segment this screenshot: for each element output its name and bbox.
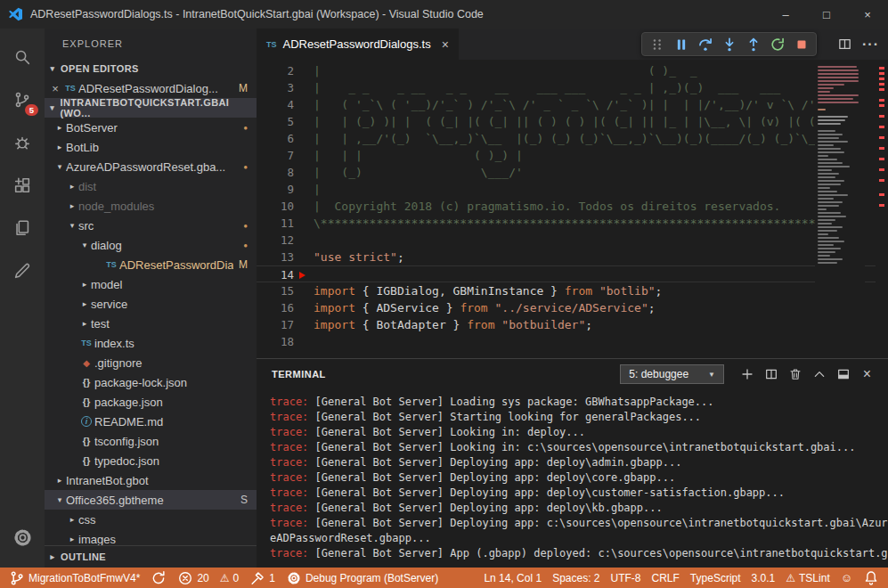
tab-close-icon[interactable]: × <box>442 37 449 52</box>
close-button[interactable]: × <box>847 0 888 29</box>
more-button[interactable]: ··· <box>858 31 884 57</box>
tab-adresetpassworddialogs[interactable]: TS ADResetPasswordDialogs.ts × <box>257 29 459 60</box>
code-text: | ( '_`\ ( '__)/'_` ) /'_`\ /' _ ` _ `\ … <box>294 96 864 113</box>
line-number[interactable]: 7 <box>257 147 294 164</box>
line-number[interactable]: 10 <box>257 198 294 215</box>
tree-folder-office365-gbtheme[interactable]: ▾Office365.gbthemeS <box>45 490 257 510</box>
open-editor-item[interactable]: ×TSADResetPasswordDialog...M <box>45 78 257 98</box>
tree-file-index-ts[interactable]: TSindex.ts <box>45 333 257 353</box>
status-eol[interactable]: CRLF <box>652 572 680 584</box>
line-number[interactable]: 8 <box>257 164 294 181</box>
line-number[interactable]: 12 <box>257 232 294 249</box>
tree-file-readme-md[interactable]: iREADME.md <box>45 412 257 431</box>
line-number[interactable]: 14 <box>257 266 294 282</box>
step-into-button[interactable] <box>717 33 741 55</box>
line-number[interactable]: 15 <box>257 282 294 299</box>
line-number[interactable]: 5 <box>257 113 294 130</box>
tree-file-gitignore[interactable]: ◆.gitignore <box>45 353 257 372</box>
extensions-icon[interactable] <box>0 164 45 207</box>
tree-file-adresetpassworddial[interactable]: TSADResetPasswordDial...M <box>45 255 257 274</box>
tree-folder-service[interactable]: ▸service <box>45 294 257 314</box>
tree-folder-intranetbot-gbot[interactable]: ▸IntranetBot.gbot <box>45 470 257 490</box>
restart-button[interactable] <box>765 33 789 55</box>
status-errors[interactable]: 20 <box>177 570 208 586</box>
maximize-button[interactable]: □ <box>806 0 847 29</box>
status-indentation[interactable]: Spaces: 2 <box>552 572 599 584</box>
tree-folder-css[interactable]: ▸css <box>45 510 257 529</box>
tree-file-typedoc-json[interactable]: {}typedoc.json <box>45 451 257 470</box>
minimap[interactable] <box>815 60 865 358</box>
json-icon: {} <box>78 396 94 407</box>
workspace-folder-header[interactable]: ▾ INTRANETBOTQUICKSTART.GBAI (WO... <box>45 98 257 118</box>
status-sync[interactable] <box>151 570 167 586</box>
line-number[interactable]: 2 <box>257 62 294 79</box>
line-number[interactable]: 16 <box>257 299 294 316</box>
status-notifications[interactable] <box>863 570 879 586</box>
tree-folder-node-modules[interactable]: ▸node_modules <box>45 196 257 216</box>
plus-button[interactable] <box>735 363 759 386</box>
terminal-output[interactable]: trace: [General Bot Server] Loading sys … <box>257 389 888 568</box>
line-number[interactable]: 6 <box>257 130 294 147</box>
overview-ruler <box>876 60 888 358</box>
files-icon[interactable] <box>0 207 45 249</box>
git-status-badge: M <box>239 258 248 271</box>
step-over-button[interactable] <box>693 33 717 55</box>
search-icon[interactable] <box>0 36 45 78</box>
line-number[interactable]: 9 <box>257 181 294 198</box>
trash-button[interactable] <box>783 363 807 386</box>
status-tslint-status[interactable]: ⚠TSLint <box>786 572 829 584</box>
error-mark <box>879 72 884 75</box>
close-icon[interactable]: × <box>48 82 62 95</box>
minimize-button[interactable]: – <box>765 0 806 29</box>
source-control-icon[interactable]: 5 <box>0 78 45 121</box>
terminal-select[interactable]: 5: debuggee ▼ <box>620 364 724 384</box>
step-out-button[interactable] <box>741 33 765 55</box>
tree-folder-src[interactable]: ▾src● <box>45 216 257 235</box>
status-debug-program[interactable]: Debug Program (BotServer) <box>286 570 438 586</box>
status-git-branch[interactable]: MigrationToBotFmwV4* <box>9 570 140 586</box>
terminal-panel: TERMINAL 5: debuggee ▼ × trace: [General… <box>257 358 888 568</box>
status-bar-right: Ln 14, Col 1Spaces: 2UTF-8CRLFTypeScript… <box>484 570 879 586</box>
grip-button[interactable] <box>645 33 669 55</box>
tab-terminal[interactable]: TERMINAL <box>272 369 326 380</box>
debug-icon[interactable] <box>0 121 45 164</box>
settings-gear-icon[interactable] <box>0 516 45 559</box>
status-feedback[interactable]: ☺ <box>841 572 852 584</box>
tree-file-package-json[interactable]: {}package.json <box>45 392 257 412</box>
line-number[interactable]: 17 <box>257 316 294 333</box>
tree-folder-test[interactable]: ▸test <box>45 314 257 333</box>
stop-button[interactable] <box>789 33 813 55</box>
line-number[interactable]: 11 <box>257 215 294 232</box>
edit-icon[interactable] <box>0 249 45 292</box>
tree-folder-botlib[interactable]: ▸BotLib <box>45 137 257 157</box>
tree-folder-model[interactable]: ▸model <box>45 274 257 294</box>
tree-folder-azureadpasswordreset-gba[interactable]: ▾AzureADPasswordReset.gba...● <box>45 157 257 176</box>
tree-folder-dialog[interactable]: ▾dialog● <box>45 235 257 255</box>
status-encoding[interactable]: UTF-8 <box>611 572 641 584</box>
line-number[interactable]: 3 <box>257 79 294 96</box>
code-editor[interactable]: 2| ( )_ _ |3| _ _ _ __ _ _ __ ___ ___ _ … <box>257 60 888 358</box>
activity-bar: 5 <box>0 29 45 568</box>
line-number[interactable]: 18 <box>257 333 294 350</box>
status-ts-version[interactable]: 3.0.1 <box>752 572 776 584</box>
ts-icon: TS <box>62 84 78 93</box>
tree-folder-botserver[interactable]: ▸BotServer● <box>45 118 257 137</box>
close-button[interactable]: × <box>855 363 879 386</box>
split-editor-button[interactable] <box>832 31 858 57</box>
status-language-mode[interactable]: TypeScript <box>690 572 741 584</box>
panel-max-button[interactable] <box>831 363 855 386</box>
status-warnings[interactable]: ⚠0 <box>220 572 239 584</box>
tree-file-tsconfig-json[interactable]: {}tsconfig.json <box>45 431 257 451</box>
pause-button[interactable] <box>669 33 693 55</box>
item-label: .gitignore <box>94 356 248 370</box>
status-cursor-position[interactable]: Ln 14, Col 1 <box>484 572 542 584</box>
tree-folder-dist[interactable]: ▸dist <box>45 176 257 196</box>
split-terminal-button[interactable] <box>759 363 783 386</box>
open-editors-header[interactable]: ▾ OPEN EDITORS <box>45 59 257 78</box>
status-running-tasks[interactable]: 1 <box>249 570 275 586</box>
line-number[interactable]: 13 <box>257 249 294 265</box>
outline-header[interactable]: ▸ OUTLINE <box>45 545 257 568</box>
tree-file-package-lock-json[interactable]: {}package-lock.json <box>45 372 257 392</box>
chevron-up-button[interactable] <box>807 363 831 386</box>
line-number[interactable]: 4 <box>257 96 294 113</box>
